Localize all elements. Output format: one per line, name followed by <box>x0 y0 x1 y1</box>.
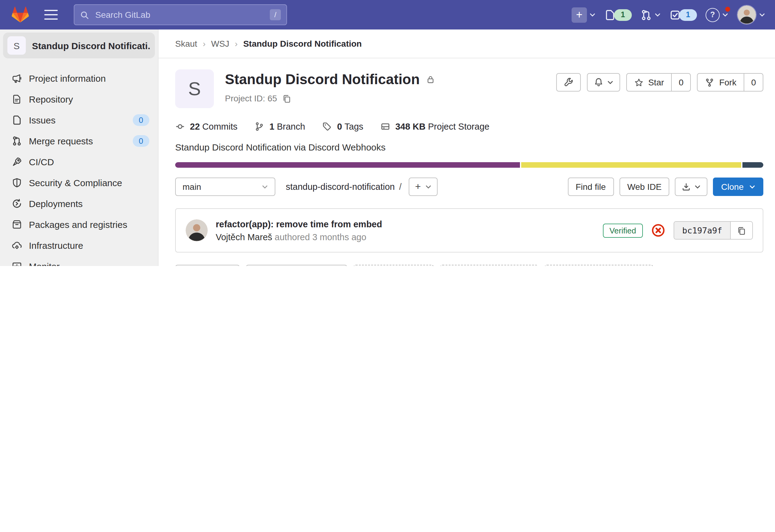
project-header: S Standup Discord Notification Project I… <box>175 69 763 108</box>
download-icon <box>682 182 691 191</box>
clone-button[interactable]: Clone <box>713 178 763 196</box>
issues-count-badge: 1 <box>614 9 632 21</box>
commit-author-avatar[interactable] <box>186 219 208 241</box>
bell-icon <box>593 77 603 87</box>
gitlab-logo-icon[interactable] <box>11 6 29 23</box>
find-file-button[interactable]: Find file <box>568 178 614 196</box>
user-avatar <box>737 5 757 25</box>
sidebar-item-repository[interactable]: Repository <box>0 88 158 109</box>
chevron-down-icon <box>759 13 765 17</box>
fork-count[interactable]: 0 <box>744 74 763 91</box>
chevron-down-icon <box>722 13 728 17</box>
issues-menu-button[interactable]: 1 <box>604 9 632 21</box>
sidebar-item-label: Monitor <box>29 261 60 266</box>
monitor-icon <box>12 261 22 266</box>
add-contributing-button[interactable]: Add CONTRIBUTING <box>545 265 653 266</box>
disk-icon <box>380 122 390 131</box>
main-content: Skaut › WSJ › Standup Discord Notificati… <box>158 29 775 266</box>
repo-toolbar: main standup-discord-notification / + Fi… <box>175 178 763 196</box>
storage-stat[interactable]: 348 KB Project Storage <box>380 122 489 131</box>
sidebar-item-label: Packages and registries <box>29 219 127 229</box>
merge-request-icon <box>12 135 22 146</box>
page-title: Standup Discord Notification <box>225 71 420 88</box>
verified-badge[interactable]: Verified <box>603 223 643 237</box>
star-icon <box>634 78 643 87</box>
navbar-right: + 1 1 ? <box>572 5 765 25</box>
repo-path-root[interactable]: standup-discord-notification <box>286 182 395 192</box>
copy-icon[interactable] <box>282 94 291 103</box>
add-changelog-button[interactable]: Add CHANGELOG <box>440 265 538 266</box>
project-description: Standup Discord Notification via Discord… <box>175 142 763 152</box>
download-button[interactable] <box>675 178 708 196</box>
plus-icon: + <box>415 181 421 192</box>
chevron-down-icon <box>655 13 661 17</box>
branch-icon <box>255 122 264 131</box>
deployments-icon <box>12 198 22 209</box>
sidebar-item-cicd[interactable]: CI/CD <box>0 151 158 172</box>
sidebar-nav: Project information Repository Issues 0 … <box>0 68 158 266</box>
fork-label: Fork <box>719 77 736 87</box>
commit-title[interactable]: refactor(app): remove time from embed <box>216 219 382 229</box>
sidebar-item-label: Merge requests <box>29 135 93 146</box>
project-stats: 22 Commits 1 Branch 0 Tags 348 KB Projec… <box>175 122 763 131</box>
sidebar-item-packages-registries[interactable]: Packages and registries <box>0 214 158 235</box>
quick-actions: README CI/CD configuration Add LICENSE A… <box>175 265 763 266</box>
branch-selector[interactable]: main <box>175 178 275 196</box>
commit-authored-time: authored 3 months ago <box>275 232 366 242</box>
settings-wrench-button[interactable] <box>556 73 581 92</box>
package-icon <box>12 219 22 229</box>
sidebar-item-label: Issues <box>29 115 56 125</box>
sidebar-item-project-information[interactable]: Project information <box>0 68 158 88</box>
pipeline-failed-icon[interactable] <box>652 224 665 237</box>
new-menu-button[interactable]: + <box>572 7 596 22</box>
language-segment <box>522 162 741 168</box>
web-ide-button[interactable]: Web IDE <box>619 178 670 196</box>
chevron-down-icon <box>607 80 613 84</box>
merge-requests-count-pill: 0 <box>133 135 149 147</box>
breadcrumb-current[interactable]: Standup Discord Notification <box>243 39 362 49</box>
sidebar-item-label: Repository <box>29 94 73 104</box>
help-menu-button[interactable]: ? <box>706 8 728 22</box>
language-segment <box>175 162 520 168</box>
sidebar-item-issues[interactable]: Issues 0 <box>0 109 158 130</box>
sidebar-item-merge-requests[interactable]: Merge requests 0 <box>0 130 158 151</box>
chevron-down-icon <box>262 185 268 189</box>
chevron-down-icon <box>425 185 431 189</box>
global-search[interactable]: / <box>74 4 287 25</box>
breadcrumb-group[interactable]: Skaut <box>175 39 197 49</box>
hamburger-menu-icon[interactable] <box>44 10 58 20</box>
todos-button[interactable]: 1 <box>669 9 697 21</box>
issues-count-pill: 0 <box>133 114 149 126</box>
breadcrumb-subgroup[interactable]: WSJ <box>211 39 229 49</box>
sidebar-item-label: Security & Compliance <box>29 177 122 188</box>
language-bar[interactable] <box>175 162 763 168</box>
tags-stat[interactable]: 0 Tags <box>322 122 363 131</box>
add-file-button[interactable]: + <box>409 178 438 196</box>
help-icon: ? <box>706 8 720 22</box>
sidebar-project-context[interactable]: S Standup Discord Notificati... <box>3 33 155 58</box>
sidebar-item-monitor[interactable]: Monitor <box>0 256 158 266</box>
lock-icon <box>426 75 435 84</box>
copy-sha-button[interactable] <box>731 222 752 239</box>
fork-button[interactable]: Fork 0 <box>697 73 763 92</box>
commit-author-name[interactable]: Vojtěch Mareš <box>216 232 272 242</box>
user-menu-button[interactable] <box>737 5 765 25</box>
sidebar-item-label: Deployments <box>29 198 83 209</box>
sidebar-item-infrastructure[interactable]: Infrastructure <box>0 235 158 256</box>
issues-icon <box>12 115 22 125</box>
sidebar-item-deployments[interactable]: Deployments <box>0 193 158 214</box>
star-count[interactable]: 0 <box>672 74 691 91</box>
repo-path: standup-discord-notification / <box>286 182 402 192</box>
path-separator: / <box>399 182 402 192</box>
notifications-button[interactable] <box>587 73 620 92</box>
star-button[interactable]: Star 0 <box>626 73 691 92</box>
add-license-button[interactable]: Add LICENSE <box>353 265 434 266</box>
branches-stat[interactable]: 1 Branch <box>255 122 305 131</box>
sidebar-item-security-compliance[interactable]: Security & Compliance <box>0 172 158 193</box>
search-input[interactable] <box>94 9 265 20</box>
breadcrumb: Skaut › WSJ › Standup Discord Notificati… <box>158 29 775 58</box>
readme-button[interactable]: README <box>175 265 240 266</box>
merge-requests-menu-button[interactable] <box>640 9 661 21</box>
cicd-configuration-button[interactable]: CI/CD configuration <box>246 265 347 266</box>
commits-stat[interactable]: 22 Commits <box>175 122 237 131</box>
